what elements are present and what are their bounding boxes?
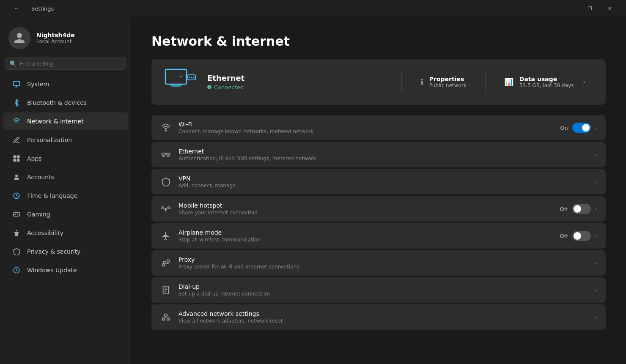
page-title: Network & internet <box>151 34 606 49</box>
nav-gaming-label: Gaming <box>27 211 50 218</box>
wifi-toggle-label: On <box>560 125 568 131</box>
search-input[interactable] <box>20 60 121 67</box>
ethernet-name: Ethernet <box>207 74 391 82</box>
hotspot-title: Mobile hotspot <box>178 202 553 209</box>
accessibility-icon <box>12 228 21 238</box>
settings-item-wifi[interactable]: Wi-Fi Connect, manage known networks, me… <box>151 115 606 140</box>
nav-system[interactable]: System <box>3 75 128 93</box>
card-divider-2 <box>485 71 486 93</box>
settings-item-vpn[interactable]: VPN Add, connect, manage › <box>151 169 606 194</box>
hotspot-right: Off › <box>560 204 597 214</box>
svg-point-5 <box>15 175 18 177</box>
airplane-chevron: › <box>595 233 597 239</box>
avatar <box>8 27 30 49</box>
data-usage-chevron: › <box>583 79 585 85</box>
maximize-button[interactable]: ❐ <box>580 2 600 15</box>
nav-personalization[interactable]: Personalization <box>3 131 128 149</box>
ethernet-info: Ethernet Connected <box>207 74 391 90</box>
hotspot-toggle-thumb <box>574 205 581 213</box>
ethernet-item-sub: Authentication, IP and DNS settings, met… <box>178 156 588 161</box>
nav-time-label: Time & language <box>27 192 77 199</box>
window-controls: — ❐ ✕ <box>561 2 619 15</box>
nav-system-label: System <box>27 81 49 88</box>
wifi-text: Wi-Fi Connect, manage known networks, me… <box>178 121 553 134</box>
nav-network[interactable]: Network & internet <box>3 112 128 130</box>
properties-title: Properties <box>429 76 467 82</box>
settings-item-airplane[interactable]: Airplane mode Stop all wireless communic… <box>151 223 606 249</box>
ethernet-item-text: Ethernet Authentication, IP and DNS sett… <box>178 148 588 161</box>
settings-item-ethernet[interactable]: Ethernet Authentication, IP and DNS sett… <box>151 142 606 167</box>
back-button[interactable]: ← <box>7 2 26 15</box>
user-section[interactable]: Nightsh4de Local Account <box>0 20 131 57</box>
network-icon <box>12 117 21 126</box>
personalization-icon <box>12 135 21 145</box>
properties-section[interactable]: ℹ Properties Public network <box>412 76 475 88</box>
close-button[interactable]: ✕ <box>600 2 619 15</box>
nav-accounts[interactable]: Accounts <box>3 168 128 186</box>
svg-rect-21 <box>167 153 170 155</box>
nav-gaming[interactable]: Gaming <box>3 205 128 223</box>
privacy-icon <box>12 247 21 256</box>
hotspot-sub: Share your internet connection <box>178 210 553 216</box>
search-box[interactable]: 🔍 <box>5 57 126 70</box>
airplane-toggle[interactable] <box>572 231 591 241</box>
ethernet-item-title: Ethernet <box>178 148 588 155</box>
hotspot-toggle[interactable] <box>572 204 591 214</box>
settings-list: Wi-Fi Connect, manage known networks, me… <box>151 115 606 330</box>
ethernet-right: › <box>595 152 597 158</box>
nav-time[interactable]: Time & language <box>3 187 128 205</box>
nav-privacy[interactable]: Privacy & security <box>3 243 128 260</box>
apps-icon <box>12 154 21 163</box>
settings-item-proxy[interactable]: Proxy Proxy server for Wi-Fi and Etherne… <box>151 250 606 276</box>
data-usage-section[interactable]: 📊 Data usage 51.5 GB, last 30 days › <box>496 76 594 88</box>
airplane-toggle-thumb <box>574 232 581 240</box>
nav-apps[interactable]: Apps <box>3 150 128 167</box>
vpn-title: VPN <box>178 175 588 182</box>
svg-point-19 <box>165 130 167 131</box>
properties-info: Properties Public network <box>429 76 467 88</box>
svg-rect-24 <box>167 260 170 263</box>
ethernet-icon <box>163 67 197 96</box>
data-usage-sub: 51.5 GB, last 30 days <box>519 82 574 88</box>
svg-rect-7 <box>14 213 20 216</box>
wifi-toggle[interactable] <box>572 123 591 133</box>
vpn-chevron: › <box>595 179 597 185</box>
svg-point-15 <box>191 77 192 78</box>
ethernet-item-icon <box>160 149 172 161</box>
nav-bluetooth[interactable]: Bluetooth & devices <box>3 94 128 112</box>
settings-item-advanced[interactable]: Advanced network settings View all netwo… <box>151 304 606 330</box>
vpn-right: › <box>595 179 597 185</box>
nav-accounts-label: Accounts <box>27 174 54 181</box>
airplane-title: Airplane mode <box>178 229 553 236</box>
title-bar: ← Settings — ❐ ✕ <box>0 0 626 17</box>
nav-apps-label: Apps <box>27 155 42 162</box>
settings-item-dialup[interactable]: Dial-up Set up a dial-up internet connec… <box>151 277 606 303</box>
card-divider-1 <box>401 71 402 93</box>
wifi-right: On › <box>560 123 597 133</box>
ethernet-status-card[interactable]: Ethernet Connected ℹ Properties Public n… <box>151 59 606 105</box>
minimize-button[interactable]: — <box>561 2 580 15</box>
nav-update-label: Windows Update <box>27 267 77 274</box>
properties-icon: ℹ <box>420 77 423 86</box>
hotspot-toggle-label: Off <box>560 206 568 212</box>
content-area: Network & internet <box>131 17 626 364</box>
hotspot-chevron: › <box>595 206 597 212</box>
svg-rect-12 <box>172 86 180 87</box>
proxy-text: Proxy Proxy server for Wi-Fi and Etherne… <box>178 256 588 270</box>
gaming-icon <box>12 210 21 219</box>
svg-rect-10 <box>165 69 187 84</box>
vpn-text: VPN Add, connect, manage <box>178 175 588 189</box>
search-icon: 🔍 <box>10 60 16 67</box>
dialup-title: Dial-up <box>178 283 588 290</box>
svg-rect-20 <box>162 153 165 155</box>
nav-update[interactable]: Windows Update <box>3 261 128 279</box>
nav-accessibility[interactable]: Accessibility <box>3 224 128 242</box>
settings-item-hotspot[interactable]: Mobile hotspot Share your internet conne… <box>151 196 606 222</box>
connected-label: Connected <box>214 84 244 90</box>
properties-sub: Public network <box>429 82 467 88</box>
svg-rect-23 <box>162 264 165 266</box>
accounts-icon <box>12 172 21 182</box>
dialup-chevron: › <box>595 287 597 293</box>
proxy-chevron: › <box>595 260 597 266</box>
system-icon <box>12 79 21 89</box>
